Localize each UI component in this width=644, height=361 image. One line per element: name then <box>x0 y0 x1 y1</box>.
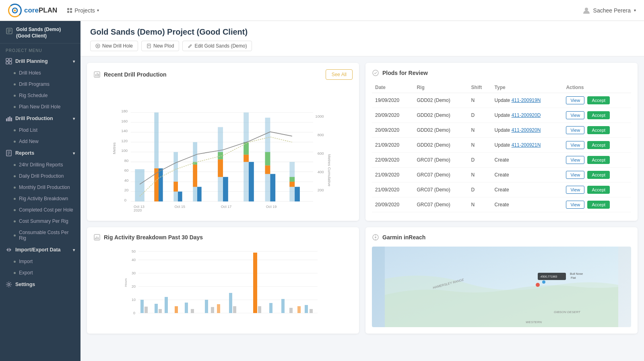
accept-button[interactable]: Accept <box>587 171 610 179</box>
cell-type: Create <box>491 197 563 212</box>
sidebar-item-monthly-drill-production[interactable]: Monthly Drill Production <box>0 182 80 193</box>
new-plod-button[interactable]: New Plod <box>141 41 179 51</box>
cell-type: Create <box>491 183 563 197</box>
sidebar-item-reports[interactable]: Reports ▾ <box>0 147 80 159</box>
view-button[interactable]: View <box>566 186 584 194</box>
svg-rect-111 <box>140 300 144 313</box>
svg-rect-16 <box>8 117 9 121</box>
svg-point-1 <box>14 9 16 11</box>
cell-actions: View Accept <box>563 93 631 108</box>
dot-icon <box>14 272 16 274</box>
accept-button[interactable]: Accept <box>587 111 610 119</box>
sidebar-item-drill-programs[interactable]: Drill Programs <box>0 79 80 90</box>
dot-icon <box>14 72 16 74</box>
view-button[interactable]: View <box>566 156 584 164</box>
sidebar-item-drill-production[interactable]: Drill Production ▾ <box>0 112 80 124</box>
drill-production-card-title: Recent Drill Production <box>104 71 167 78</box>
svg-rect-66 <box>178 191 182 201</box>
rig-activity-icon <box>93 234 101 241</box>
cell-date: 21/09/2020 <box>372 183 413 197</box>
see-all-button[interactable]: See All <box>326 69 353 80</box>
accept-button[interactable]: Accept <box>587 201 610 209</box>
svg-text:Metres Cumulative: Metres Cumulative <box>327 154 332 187</box>
svg-rect-95 <box>95 238 96 239</box>
svg-text:2020: 2020 <box>134 208 142 212</box>
accept-button[interactable]: Accept <box>587 156 610 164</box>
sidebar-item-import[interactable]: Import <box>0 256 80 267</box>
view-button[interactable]: View <box>566 171 584 179</box>
sidebar-item-daily-drill-production[interactable]: Daily Drill Production <box>0 170 80 182</box>
cell-date: 20/09/2020 <box>372 123 413 138</box>
svg-text:60: 60 <box>124 168 129 172</box>
dot-icon <box>14 198 16 200</box>
svg-rect-3 <box>70 8 72 10</box>
svg-text:100: 100 <box>121 148 128 153</box>
sidebar-item-completed-cost-per-hole[interactable]: Completed Cost per Hole <box>0 204 80 216</box>
drill-production-label: Drill Production <box>15 116 53 121</box>
sidebar-item-import-export[interactable]: Import/Export Data ▾ <box>0 244 80 256</box>
topnav-right[interactable]: Sachee Perera ▾ <box>583 7 636 14</box>
sidebar-item-settings[interactable]: Settings <box>0 278 80 290</box>
accept-button[interactable]: Accept <box>587 96 610 104</box>
rig-activity-chart: 0 10 20 30 40 50 Hours <box>93 247 353 319</box>
cost-summary-label: Cost Summary Per Rig <box>19 218 68 224</box>
svg-rect-70 <box>193 164 197 187</box>
sidebar-item-24hr-drilling[interactable]: 24hr Drilling Reports <box>0 159 80 170</box>
bottom-grid: Rig Activity Breakdown Past 30 Days 0 10… <box>80 227 644 340</box>
nav-projects[interactable]: Projects ▾ <box>64 6 102 15</box>
view-button[interactable]: View <box>566 126 584 134</box>
view-button[interactable]: View <box>566 201 584 209</box>
view-button[interactable]: View <box>566 96 584 104</box>
accept-button[interactable]: Accept <box>587 141 610 149</box>
svg-rect-85 <box>295 187 300 201</box>
accept-button[interactable]: Accept <box>587 186 610 194</box>
svg-text:40: 40 <box>124 178 129 183</box>
cell-shift: D <box>468 153 491 168</box>
main-content: Gold Sands (Demo) Project (Good Client) … <box>80 21 644 361</box>
cell-actions: View Accept <box>563 153 631 168</box>
import-export-icon <box>6 247 12 253</box>
sidebar-section-label: PROJECT MENU <box>0 44 80 55</box>
plod-link[interactable]: 411-200919N <box>512 98 541 103</box>
sidebar-item-rig-activity-breakdown[interactable]: Rig Activity Breakdown <box>0 193 80 204</box>
doc-icon <box>147 44 151 48</box>
table-row: 21/09/2020 GDD02 (Demo) N Update 411-200… <box>372 138 631 153</box>
svg-rect-31 <box>95 74 96 77</box>
svg-text:200: 200 <box>318 188 324 192</box>
plod-link[interactable]: 411-200921N <box>512 142 541 148</box>
garmin-icon <box>372 234 379 241</box>
sidebar-item-plan-new-drill-hole[interactable]: Plan New Drill Hole <box>0 101 80 112</box>
cell-rig: GRC07 (Demo) <box>413 197 468 212</box>
new-drill-hole-label: New Drill Hole <box>102 43 133 49</box>
table-row: 20/09/2020 GDD02 (Demo) D Update 411-200… <box>372 108 631 123</box>
edit-gold-sands-button[interactable]: Edit Gold Sands (Demo) <box>182 41 252 51</box>
sidebar-item-drill-planning[interactable]: Drill Planning ▾ <box>0 55 80 67</box>
sidebar-item-add-new[interactable]: Add New <box>0 136 80 147</box>
sidebar-item-plod-list[interactable]: Plod List <box>0 124 80 136</box>
app-body: Gold Sands (Demo) (Good Client) PROJECT … <box>0 21 644 361</box>
drill-programs-label: Drill Programs <box>19 81 50 87</box>
sidebar-item-cost-summary-per-rig[interactable]: Cost Summary Per Rig <box>0 216 80 227</box>
sidebar-item-drill-holes[interactable]: Drill Holes <box>0 67 80 79</box>
sidebar-item-consumable-costs-per-rig[interactable]: Consumable Costs Per Rig <box>0 227 80 244</box>
svg-rect-124 <box>253 253 257 313</box>
chevron-down-icon: ▾ <box>97 8 99 12</box>
svg-rect-4 <box>67 11 69 13</box>
sidebar-item-rig-schedule[interactable]: Rig Schedule <box>0 90 80 101</box>
cell-date: 19/09/2020 <box>372 93 413 108</box>
sidebar-item-export[interactable]: Export <box>0 267 80 278</box>
view-button[interactable]: View <box>566 111 584 119</box>
svg-rect-123 <box>233 306 236 313</box>
dot-icon <box>14 164 16 166</box>
completed-cost-label: Completed Cost per Hole <box>19 207 73 213</box>
svg-text:180: 180 <box>121 109 128 113</box>
svg-rect-83 <box>265 152 270 165</box>
plod-link[interactable]: 411-200920N <box>512 127 541 133</box>
view-button[interactable]: View <box>566 141 584 149</box>
plod-link[interactable]: 411-200920D <box>512 112 541 118</box>
new-drill-hole-button[interactable]: New Drill Hole <box>90 41 138 51</box>
cell-rig: GDD02 (Demo) <box>413 93 468 108</box>
svg-point-23 <box>8 284 10 286</box>
24hr-label: 24hr Drilling Reports <box>19 162 63 168</box>
accept-button[interactable]: Accept <box>587 126 610 134</box>
